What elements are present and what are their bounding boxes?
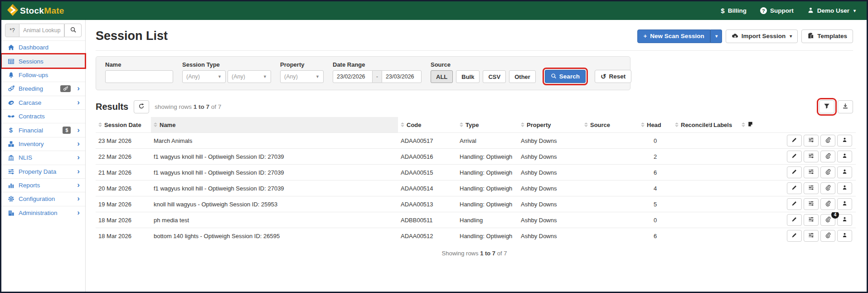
assign-user-button[interactable] [837, 166, 852, 178]
table-row: 21 Mar 2026f1 wagyus knoll hill - Optiwe… [96, 165, 856, 181]
sidebar-item-breeding[interactable]: Breeding› [1, 82, 85, 95]
sidebar-item-contracts[interactable]: Contracts [1, 109, 85, 123]
column-header-reconciled[interactable]: Reconciled [672, 117, 705, 133]
edit-session-button[interactable] [787, 214, 802, 226]
sidebar-item-inventory[interactable]: Inventory› [1, 137, 85, 151]
sliders-icon [808, 185, 814, 192]
date-to-input[interactable] [382, 70, 422, 83]
source-other-button[interactable]: Other [509, 70, 536, 83]
edit-session-button[interactable] [787, 230, 802, 242]
attachments-button[interactable] [820, 230, 835, 242]
user-icon [842, 169, 848, 176]
assign-user-button[interactable] [837, 182, 852, 194]
attachments-button[interactable] [820, 182, 835, 194]
sidebar-item-configuration[interactable]: Configuration› [1, 192, 85, 205]
import-session-button[interactable]: Import Session ▾ [726, 29, 798, 43]
chevron-right-icon: › [77, 167, 80, 175]
inventory-icon [7, 141, 15, 147]
column-header-labels[interactable]: Labels [705, 117, 739, 133]
labels-cell [705, 228, 739, 244]
user-menu[interactable]: Demo User ▾ [807, 7, 856, 15]
animal-lookup-search-button[interactable] [64, 24, 82, 37]
sidebar-item-financial[interactable]: $Financial$› [1, 123, 85, 137]
new-scan-session-button[interactable]: + New Scan Session [637, 29, 710, 43]
notes-cell [739, 196, 775, 212]
source-bulk-button[interactable]: Bulk [456, 70, 480, 83]
sidebar-item-property-data[interactable]: Property Data› [1, 165, 85, 178]
sidebar-item-sessions[interactable]: Sessions [1, 54, 85, 68]
assign-user-button[interactable] [837, 151, 852, 162]
name-cell: bottom 140 lights - Optiweigh Session ID… [151, 228, 398, 244]
column-header-property[interactable]: Property [518, 117, 582, 133]
wildcard-help-button[interactable]: *? [5, 24, 19, 37]
session-type-select[interactable]: (Any) ▼ [182, 70, 226, 83]
assign-user-button[interactable] [837, 198, 852, 210]
sidebar-item-reports[interactable]: Reports› [1, 178, 85, 192]
sidebar-item-administration[interactable]: Administration› [1, 206, 85, 220]
session-settings-button[interactable] [804, 166, 819, 178]
edit-session-button[interactable] [787, 135, 802, 146]
session-settings-button[interactable] [804, 214, 819, 226]
search-button[interactable]: Search [545, 70, 586, 83]
home-icon [7, 44, 15, 51]
session-type-filter-label: Session Type [182, 61, 271, 68]
column-header-notes[interactable] [739, 117, 775, 133]
sidebar: *? DashboardSessionsFollow-upsBreeding›C… [1, 20, 86, 292]
attachments-button[interactable] [820, 198, 835, 210]
notes-cell [739, 212, 775, 228]
note-icon [747, 121, 753, 128]
animal-lookup-input[interactable] [19, 24, 64, 37]
date-from-input[interactable] [333, 70, 373, 83]
source-all-button[interactable]: ALL [431, 70, 453, 83]
handshake-icon [7, 113, 15, 120]
session-settings-button[interactable] [804, 182, 819, 194]
chevron-right-icon: › [77, 181, 80, 189]
column-header-name[interactable]: Name [151, 117, 398, 133]
templates-button[interactable]: Templates [801, 29, 853, 43]
support-link[interactable]: ? Support [760, 7, 794, 14]
source-cell [582, 196, 638, 212]
reset-button[interactable]: ↺ Reset [595, 70, 631, 83]
assign-user-button[interactable] [837, 135, 852, 146]
search-icon [70, 26, 77, 34]
attachments-button[interactable]: 4 [820, 214, 835, 226]
sidebar-item-dashboard[interactable]: Dashboard [1, 40, 85, 54]
attachments-button[interactable] [820, 151, 835, 162]
paperclip-icon [825, 185, 831, 192]
sidebar-item-follow-ups[interactable]: Follow-ups [1, 68, 85, 82]
column-header-session-date[interactable]: Session Date [96, 117, 151, 133]
new-scan-session-dropdown[interactable]: ▾ [710, 29, 722, 43]
sort-icon [521, 122, 524, 127]
session-settings-button[interactable] [804, 151, 819, 162]
showing-rows-summary: showing rows 1 to 7 of 7 [155, 103, 221, 110]
export-button[interactable] [838, 100, 853, 113]
sidebar-item-nlis[interactable]: NLIS› [1, 151, 85, 164]
session-settings-button[interactable] [804, 135, 819, 146]
column-header-type[interactable]: Type [457, 117, 518, 133]
labels-cell [705, 165, 739, 181]
column-header-head[interactable]: Head [638, 117, 672, 133]
property-select[interactable]: (Any) ▼ [280, 70, 324, 83]
edit-session-button[interactable] [787, 151, 802, 162]
edit-session-button[interactable] [787, 182, 802, 194]
reconciled-cell [672, 165, 705, 181]
edit-session-button[interactable] [787, 198, 802, 210]
sidebar-item-carcase[interactable]: Carcase› [1, 96, 85, 109]
assign-user-button[interactable] [837, 214, 852, 226]
stockmate-logo[interactable]: StockMate [7, 4, 64, 18]
column-header-code[interactable]: Code [398, 117, 457, 133]
attachments-button[interactable] [820, 135, 835, 146]
source-csv-button[interactable]: CSV [483, 70, 506, 83]
attachments-button[interactable] [820, 166, 835, 178]
session-subtype-select[interactable]: (Any) ▼ [228, 70, 271, 83]
session-settings-button[interactable] [804, 230, 819, 242]
refresh-button[interactable] [134, 100, 149, 113]
billing-link[interactable]: $ Billing [721, 7, 747, 15]
edit-session-button[interactable] [787, 166, 802, 178]
session-settings-button[interactable] [804, 198, 819, 210]
table-row: 20 Mar 2026f1 wagyus knoll hill - Optiwe… [96, 181, 856, 196]
assign-user-button[interactable] [837, 230, 852, 242]
name-filter-input[interactable] [105, 70, 173, 83]
filter-toggle-button[interactable] [819, 100, 834, 113]
column-header-source[interactable]: Source [582, 117, 638, 133]
